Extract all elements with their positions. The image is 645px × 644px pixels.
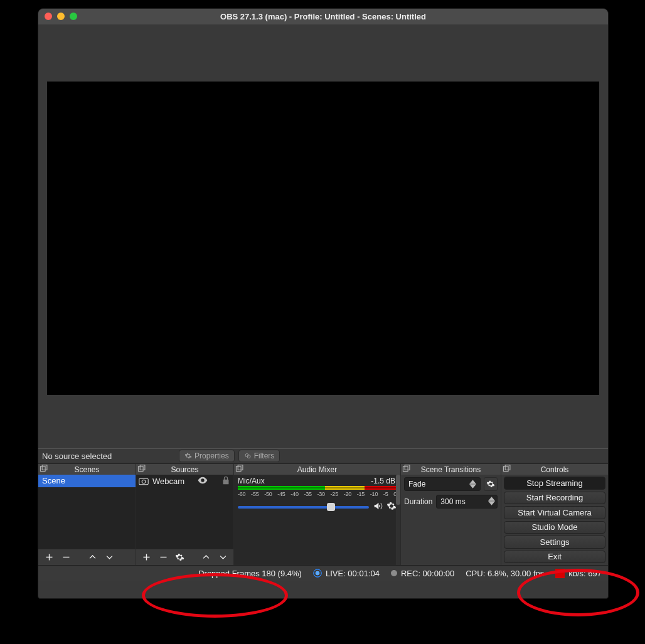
visibility-toggle[interactable] — [198, 476, 208, 487]
move-scene-down-button[interactable] — [104, 552, 115, 563]
mute-toggle[interactable] — [373, 501, 383, 513]
tick-label: -40 — [291, 491, 298, 497]
scenes-header: Scenes — [38, 464, 136, 475]
studio-mode-button[interactable]: Studio Mode — [504, 521, 605, 534]
zoom-window-button[interactable] — [70, 13, 77, 20]
rec-time-text: REC: 00:00:00 — [401, 569, 454, 578]
mixer-header: Audio Mixer — [234, 464, 400, 475]
svg-rect-6 — [139, 478, 148, 485]
settings-button[interactable]: Settings — [504, 536, 605, 549]
track-name: Mic/Aux — [238, 477, 265, 485]
bitrate-text: kb/s: 697 — [568, 569, 602, 578]
svg-rect-13 — [505, 465, 510, 470]
sources-toolbar — [136, 549, 233, 565]
svg-rect-11 — [405, 465, 410, 470]
properties-button[interactable]: Properties — [179, 450, 235, 462]
svg-rect-2 — [40, 467, 45, 472]
sources-dock: Sources Webcam — [136, 464, 234, 565]
source-item[interactable]: Webcam — [136, 475, 233, 488]
detach-dock-icon[interactable] — [137, 465, 146, 473]
rec-status: REC: 00:00:00 — [391, 569, 454, 578]
bitrate-health-icon — [555, 569, 565, 578]
titlebar: OBS 27.1.3 (mac) - Profile: Untitled - S… — [38, 9, 608, 24]
gear-icon — [184, 452, 192, 460]
duration-input[interactable]: 300 ms — [436, 495, 498, 509]
close-window-button[interactable] — [45, 13, 52, 20]
svg-rect-9 — [238, 465, 243, 470]
controls-dock: Controls Stop Streaming Start Recording … — [501, 464, 608, 565]
duration-value: 300 ms — [440, 497, 465, 506]
start-virtual-camera-button[interactable]: Start Virtual Camera — [504, 506, 605, 519]
transition-settings-button[interactable] — [484, 477, 498, 491]
tick-label: -10 — [370, 491, 378, 497]
add-scene-button[interactable] — [43, 552, 55, 563]
minimize-window-button[interactable] — [57, 13, 65, 20]
gear-icon — [486, 480, 495, 488]
svg-rect-12 — [503, 467, 508, 472]
scene-item[interactable]: Scene — [38, 475, 136, 487]
filters-button[interactable]: Filters — [238, 450, 280, 462]
camera-icon — [139, 478, 149, 485]
track-settings-button[interactable] — [386, 501, 397, 513]
filters-icon — [244, 452, 252, 460]
source-item-label: Webcam — [152, 477, 184, 486]
move-source-down-button[interactable] — [217, 552, 228, 563]
cpu-fps-status: CPU: 6.8%, 30.00 fps — [466, 569, 544, 578]
start-recording-button[interactable]: Start Recording — [504, 492, 605, 505]
svg-point-7 — [142, 480, 146, 483]
rec-indicator-icon — [391, 570, 397, 576]
remove-scene-button[interactable] — [60, 552, 72, 563]
program-preview[interactable] — [47, 82, 599, 395]
cpu-fps-text: CPU: 6.8%, 30.00 fps — [466, 569, 544, 578]
tick-label: -55 — [251, 491, 259, 497]
exit-button[interactable]: Exit — [504, 551, 605, 564]
properties-label: Properties — [195, 451, 229, 460]
transitions-dock: Scene Transitions Fade D — [401, 464, 501, 565]
svg-rect-3 — [42, 465, 47, 470]
preview-area — [38, 82, 608, 395]
stop-streaming-button[interactable]: Stop Streaming — [504, 477, 605, 490]
sources-title: Sources — [171, 465, 198, 474]
tick-label: -30 — [317, 491, 324, 497]
detach-dock-icon[interactable] — [40, 465, 48, 473]
duration-label: Duration — [404, 497, 432, 506]
tick-label: -45 — [277, 491, 285, 497]
svg-rect-8 — [236, 467, 241, 472]
svg-rect-5 — [140, 465, 145, 470]
volume-row — [234, 497, 400, 513]
live-indicator-icon — [313, 569, 322, 578]
scene-list[interactable]: Scene — [38, 475, 136, 549]
source-info-bar: No source selected Properties Filters — [38, 448, 608, 463]
tick-label: -5 — [383, 491, 388, 497]
lock-toggle[interactable] — [221, 476, 231, 487]
move-source-up-button[interactable] — [201, 552, 212, 563]
scenes-title: Scenes — [74, 465, 99, 474]
source-list[interactable]: Webcam — [136, 475, 233, 549]
volume-slider[interactable] — [238, 506, 369, 509]
remove-source-button[interactable] — [158, 552, 169, 563]
bitrate-status: kb/s: 697 — [555, 569, 602, 578]
select-arrows-icon — [469, 479, 477, 489]
source-settings-button[interactable] — [174, 552, 186, 563]
stepper-icon[interactable] — [488, 497, 495, 505]
mixer-scrollbar[interactable] — [396, 475, 400, 565]
tick-label: -20 — [344, 491, 351, 497]
detach-dock-icon[interactable] — [235, 465, 244, 473]
transition-select[interactable]: Fade — [404, 477, 481, 491]
dropped-frames-status: Dropped Frames 180 (9.4%) — [198, 569, 302, 578]
spacer — [38, 395, 608, 448]
tick-label: -15 — [357, 491, 365, 497]
detach-dock-icon[interactable] — [402, 465, 411, 473]
audio-meter — [238, 486, 397, 490]
status-bar: Dropped Frames 180 (9.4%) LIVE: 00:01:04… — [38, 565, 608, 581]
add-source-button[interactable] — [141, 552, 152, 563]
controls-header: Controls — [501, 464, 608, 475]
detach-dock-icon[interactable] — [503, 465, 511, 473]
move-scene-up-button[interactable] — [87, 552, 98, 563]
docks-row: Scenes Scene Sources — [38, 463, 608, 565]
meter-tick-labels: -60 -55 -50 -45 -40 -35 -30 -25 -20 -15 … — [238, 491, 397, 497]
track-level: -1.5 dB — [371, 477, 395, 485]
window-title: OBS 27.1.3 (mac) - Profile: Untitled - S… — [220, 12, 426, 21]
scenes-dock: Scenes Scene — [38, 464, 136, 565]
tick-label: -60 — [238, 491, 245, 497]
